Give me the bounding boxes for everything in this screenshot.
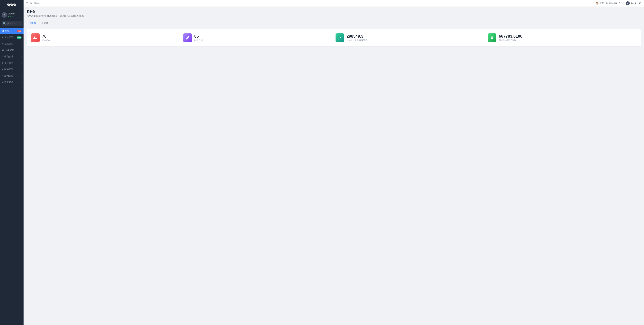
sidebar-item-permission[interactable]: ≡ 权限管理 ‹ xyxy=(0,41,24,47)
stat-label-balance: 用户总余额(USDT) xyxy=(499,39,522,42)
user-info: Admin 在线 xyxy=(8,12,14,17)
header: ☰ ⊞ 控制台 🏠 主页 🗑 清除缓存 ⛶ A Admin ⚙ xyxy=(24,0,644,7)
system-icon: ⚙ xyxy=(2,49,4,51)
chevron-icon-news: ‹ xyxy=(21,75,22,77)
sidebar-item-dashboard[interactable]: ⚙ 控制台 hot xyxy=(0,28,24,34)
search-input[interactable] xyxy=(7,22,20,25)
clear-cache-action[interactable]: 🗑 清除缓存 xyxy=(606,2,617,5)
clear-cache-icon: 🗑 xyxy=(606,2,608,4)
hot-badge: hot xyxy=(17,30,22,32)
home-icon: 🏠 xyxy=(596,2,598,4)
permission-icon: ≡ xyxy=(2,42,3,45)
common-icon: ≡ xyxy=(2,36,3,39)
content-area: 控制台 用于展示当前系统中的统计数据、统计报表及重要实时数据 控制台 自定义 7… xyxy=(24,7,644,325)
fullscreen-action[interactable]: ⛶ xyxy=(619,2,622,4)
stat-card-balance: 667783.0106 用户总余额(USDT) xyxy=(488,33,636,42)
sidebar-item-fund[interactable]: ≡ 资金管理 ‹ xyxy=(0,60,24,66)
stat-info-invest: 298549.3 矿池总投入金额(USDT) xyxy=(347,34,368,42)
home-action[interactable]: 🏠 主页 xyxy=(596,2,604,5)
stat-icon-balance xyxy=(488,33,496,42)
stat-icon-invest xyxy=(336,33,344,42)
stat-info-members: 70 总会员数 xyxy=(42,34,50,42)
breadcrumb: ⊞ 控制台 xyxy=(30,2,39,5)
stat-value-orders: 85 xyxy=(194,34,204,39)
stat-label-orders: 矿池订单数 xyxy=(194,39,204,42)
status-dot xyxy=(8,16,10,17)
stat-card-orders: 85 矿池订单数 xyxy=(183,33,332,42)
avatar: A xyxy=(2,12,7,18)
breadcrumb-icon: ⊞ xyxy=(30,2,32,4)
app-logo: 测测测 xyxy=(0,0,24,10)
tabs: 控制台 自定义 xyxy=(27,20,641,26)
main-area: ☰ ⊞ 控制台 🏠 主页 🗑 清除缓存 ⛶ A Admin ⚙ xyxy=(24,0,644,325)
sidebar-item-customer[interactable]: ≡ 客服管理 ‹ xyxy=(0,79,24,85)
news-icon: ≡ xyxy=(2,74,3,77)
dashboard-icon: ⚙ xyxy=(2,30,4,32)
user-name: Admin xyxy=(8,12,14,15)
header-user: A Admin xyxy=(626,1,637,5)
tab-custom[interactable]: 自定义 xyxy=(39,20,51,26)
sidebar: 测测测 A Admin 在线 🔍 ⚙ 控制台 hot ≡ 常规管理 new xyxy=(0,0,24,325)
mining-icon: ≡ xyxy=(2,68,3,71)
sidebar-item-system[interactable]: ⚙ 系统配置 xyxy=(0,47,24,53)
stat-label-invest: 矿池总投入金额(USDT) xyxy=(347,39,368,42)
sidebar-item-common[interactable]: ≡ 常规管理 new xyxy=(0,34,24,41)
chevron-icon: ‹ xyxy=(21,43,22,45)
chevron-icon-mining: ‹ xyxy=(21,68,22,70)
stat-icon-orders xyxy=(183,33,192,42)
chevron-icon-customer: ‹ xyxy=(21,81,22,83)
stat-icon-members xyxy=(31,33,40,42)
chevron-icon-fund: ‹ xyxy=(21,62,22,64)
page-title: 控制台 xyxy=(27,10,641,13)
menu-toggle-icon[interactable]: ☰ xyxy=(26,2,28,5)
stats-grid: 70 总会员数 85 矿池订单数 298549. xyxy=(27,29,641,46)
stat-card-invest: 298549.3 矿池总投入金额(USDT) xyxy=(336,33,484,42)
stat-info-balance: 667783.0106 用户总余额(USDT) xyxy=(499,34,522,42)
member-icon: ≡ xyxy=(2,55,3,58)
sidebar-item-member[interactable]: ≡ 会员管理 ‹ xyxy=(0,53,24,60)
user-status: 在线 xyxy=(8,15,14,17)
chevron-icon-member: ‹ xyxy=(21,56,22,58)
stat-value-members: 70 xyxy=(42,34,50,39)
stat-label-members: 总会员数 xyxy=(42,39,50,42)
fund-icon: ≡ xyxy=(2,62,3,64)
stat-info-orders: 85 矿池订单数 xyxy=(194,34,204,42)
customer-icon: ≡ xyxy=(2,81,3,83)
stat-value-balance: 667783.0106 xyxy=(499,34,522,39)
page-description: 用于展示当前系统中的统计数据、统计报表及重要实时数据 xyxy=(27,14,641,17)
stat-value-invest: 298549.3 xyxy=(347,34,368,39)
header-divider xyxy=(624,2,624,5)
sidebar-nav: ⚙ 控制台 hot ≡ 常规管理 new ≡ 权限管理 ‹ ⚙ 系统配置 ≡ 会… xyxy=(0,27,24,325)
sidebar-item-news[interactable]: ≡ 新闻管理 ‹ xyxy=(0,72,24,79)
settings-icon[interactable]: ⚙ xyxy=(639,2,641,5)
new-badge: new xyxy=(17,36,22,39)
stat-card-members: 70 总会员数 xyxy=(31,33,180,42)
header-right: 🏠 主页 🗑 清除缓存 ⛶ A Admin ⚙ xyxy=(596,1,641,5)
tab-dashboard[interactable]: 控制台 xyxy=(27,20,39,26)
search-icon: 🔍 xyxy=(3,22,6,25)
sidebar-item-mining[interactable]: ≡ 矿池管理 ‹ xyxy=(0,66,24,72)
header-avatar: A xyxy=(626,1,630,5)
sidebar-user: A Admin 在线 xyxy=(0,10,24,20)
sidebar-search-container: 🔍 xyxy=(0,20,24,27)
header-left: ☰ ⊞ 控制台 xyxy=(26,2,594,5)
fullscreen-icon: ⛶ xyxy=(619,2,622,4)
